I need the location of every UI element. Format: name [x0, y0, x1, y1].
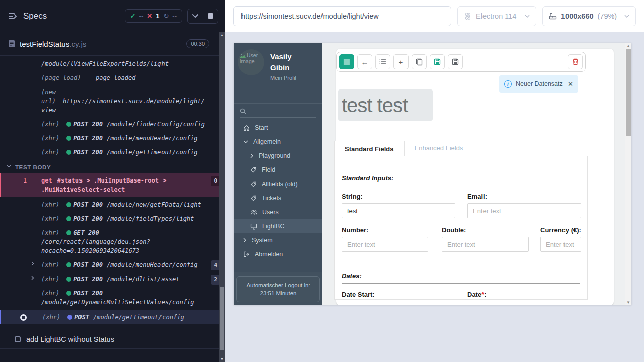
log-prefix: (xhr): [41, 276, 59, 283]
delete-button[interactable]: [568, 54, 583, 69]
url-input[interactable]: [233, 6, 451, 26]
monitor-icon: [250, 223, 257, 230]
scroll-down-icon[interactable]: ▼: [625, 300, 631, 305]
sidebar-item-tickets[interactable]: Tickets: [234, 191, 322, 205]
tab-enhanced-fields[interactable]: Enhanced Fields: [405, 140, 473, 156]
success-dot-icon: [66, 262, 71, 267]
chevron-right-icon[interactable]: [31, 261, 34, 266]
sidebar-item-start[interactable]: Start: [234, 121, 322, 135]
stop-button[interactable]: [203, 9, 218, 23]
tab-standard-fields[interactable]: Standard Fields: [334, 141, 405, 156]
log-entry[interactable]: /module/lViewFileExportFields/light: [0, 57, 225, 71]
email-input[interactable]: [467, 203, 581, 218]
log-entry[interactable]: (xhr)POST 200/module/finderConfig/config: [0, 117, 225, 131]
spec-ext: .cy.js: [69, 40, 86, 48]
test-block-icon: [15, 336, 21, 342]
log-path: /core/react/language/deu.json?: [41, 237, 206, 246]
log-entry[interactable]: (page load)--page loaded--: [0, 71, 225, 85]
copy-button[interactable]: [412, 54, 427, 69]
spec-duration: 00:30: [186, 39, 209, 48]
tag-icon: [250, 181, 257, 188]
app-sidebar: User image Vasily Gibin Mein Profil Star…: [234, 43, 322, 305]
double-input[interactable]: [442, 237, 529, 252]
log-prefix: (xhr): [41, 215, 59, 222]
reporter-scrollbar[interactable]: ▲ ▼: [219, 32, 225, 362]
scroll-up-icon[interactable]: ▲: [219, 33, 225, 37]
next-test-row[interactable]: add LightBC without Status: [0, 331, 225, 349]
pending-refresh-icon: ↻: [163, 12, 169, 20]
collapse-button[interactable]: [188, 9, 203, 23]
log-method: POST 200: [73, 261, 103, 268]
log-entry[interactable]: (xhr)POST 200/module/fieldTypes/light: [0, 212, 225, 226]
section-dates: Dates:: [342, 272, 580, 284]
sidebar-toggle-icon[interactable]: [8, 12, 18, 20]
menu-button[interactable]: [339, 54, 354, 69]
save-button[interactable]: [430, 54, 445, 69]
scroll-up-icon[interactable]: ▲: [625, 44, 631, 48]
info-icon: i: [504, 80, 512, 88]
test-body-label: TEST BODY: [15, 164, 51, 170]
app-under-test: User image Vasily Gibin Mein Profil Star…: [234, 43, 631, 305]
log-prefix: (page load): [41, 74, 81, 81]
close-icon[interactable]: ✕: [568, 80, 573, 88]
failed-command-row[interactable]: 1 get#status > .MuiInputBase-root > .Mui…: [0, 173, 225, 197]
chevron-down-icon: [624, 15, 629, 18]
add-button[interactable]: +: [393, 54, 409, 69]
app-scrollbar-thumb[interactable]: [626, 49, 631, 136]
trash-icon: [572, 58, 579, 65]
back-button[interactable]: ←: [357, 54, 372, 69]
success-dot-icon: [66, 291, 71, 296]
sidebar-item-abmelden[interactable]: Abmelden: [234, 247, 322, 261]
command-log-body: (xhr)POST 200/module/new/getFData/light …: [0, 198, 225, 324]
reporter-scrollbar-thumb[interactable]: [220, 287, 224, 350]
log-entry[interactable]: (newurl)https://simontest.sucv.de/module…: [0, 85, 225, 117]
chevron-right-icon: [243, 238, 247, 243]
log-entry[interactable]: (xhr)POST 200/module/getDynamicMultiSele…: [0, 286, 225, 309]
log-entry[interactable]: (xhr)POST 200/module/getTimeout/config: [0, 145, 225, 159]
currency-input[interactable]: [540, 237, 581, 252]
search-input[interactable]: [249, 108, 309, 115]
logout-text-line2: 23:51 Minuten: [240, 289, 316, 297]
log-path: --page loaded--: [88, 74, 142, 81]
save-close-button[interactable]: [448, 54, 463, 69]
spec-file-icon: [8, 40, 15, 48]
tag-icon: [250, 195, 257, 202]
log-entry[interactable]: (xhr)POST 200/module/menuHeader/config4: [0, 258, 225, 272]
log-entry[interactable]: (xhr)POST 200/module/menuHeader/config: [0, 131, 225, 145]
success-dot-icon: [66, 150, 71, 155]
sidebar-item-allgemein[interactable]: Allgemein: [234, 135, 322, 149]
chevron-down-icon: [243, 140, 248, 144]
failed-count: 1: [156, 12, 159, 20]
sidebar-item-field[interactable]: Field: [234, 163, 322, 177]
log-method: POST: [74, 314, 89, 321]
sidebar-item-system[interactable]: System: [234, 233, 322, 247]
pending-log-entry[interactable]: (xhr)POST/module/getTimeout/config: [0, 310, 225, 324]
save-icon: [452, 58, 459, 65]
scroll-down-icon[interactable]: ▼: [219, 357, 225, 361]
sidebar-item-lightbc[interactable]: LightBC: [234, 219, 322, 233]
log-entry[interactable]: (xhr)GET 200/core/react/language/deu.jso…: [0, 226, 225, 258]
browser-selector[interactable]: Electron 114: [457, 6, 536, 26]
nav-label: Abmelden: [255, 251, 283, 258]
spec-file-row[interactable]: testFieldStatus.cy.js 00:30: [0, 32, 225, 56]
viewport-selector[interactable]: 1000x660 (79%): [542, 6, 636, 26]
sidebar-item-allfields-old[interactable]: Allfields (old): [234, 177, 322, 191]
email-label: Email:: [467, 193, 487, 200]
success-dot-icon: [66, 136, 71, 141]
chevron-right-icon[interactable]: [31, 276, 34, 280]
user-last-name: Gibin: [270, 62, 296, 73]
test-body-section[interactable]: TEST BODY: [0, 162, 225, 173]
command-number: 1: [23, 176, 27, 185]
search-icon: [240, 108, 246, 114]
log-entry[interactable]: (xhr)POST 200/module/new/getFData/light: [0, 198, 225, 212]
app-scrollbar[interactable]: ▲ ▼: [625, 43, 631, 305]
number-input[interactable]: [342, 237, 428, 252]
sidebar-item-playground[interactable]: Playground: [234, 149, 322, 163]
list-button[interactable]: [375, 54, 390, 69]
profile-link[interactable]: Mein Profil: [270, 75, 296, 81]
spinner-icon: [20, 314, 27, 321]
sidebar-item-users[interactable]: Users: [234, 205, 322, 219]
specs-title: Specs: [23, 11, 47, 21]
log-entry[interactable]: (xhr)POST 200/module/dlList/asset2: [0, 272, 225, 286]
string-input[interactable]: [342, 203, 455, 218]
